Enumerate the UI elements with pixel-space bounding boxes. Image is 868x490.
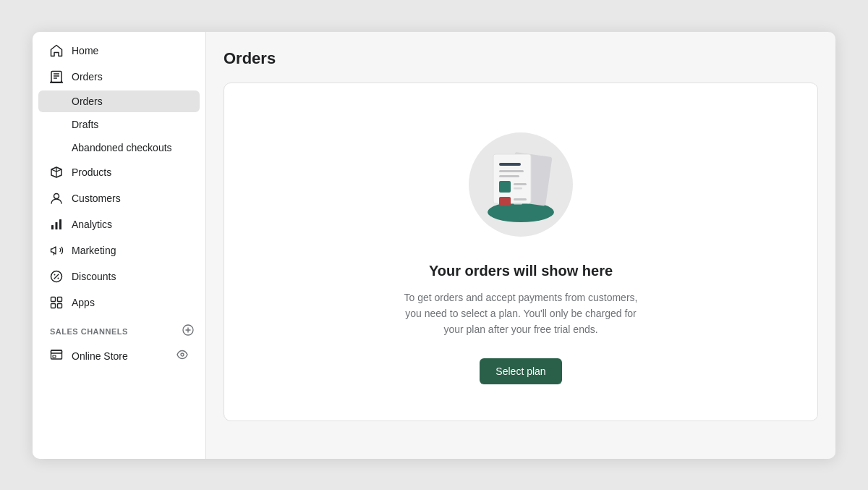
svg-rect-21 bbox=[499, 163, 521, 166]
discounts-icon bbox=[50, 270, 63, 283]
marketing-icon bbox=[50, 244, 63, 257]
sidebar-item-orders-sub-label: Orders bbox=[72, 96, 103, 107]
sidebar-item-marketing[interactable]: Marketing bbox=[38, 238, 200, 263]
sidebar-item-home[interactable]: Home bbox=[38, 38, 200, 63]
page-title: Orders bbox=[224, 49, 818, 68]
sidebar-item-home-label: Home bbox=[72, 45, 98, 56]
sales-channels-section: SALES CHANNELS bbox=[33, 316, 205, 342]
sidebar-item-orders-label: Orders bbox=[72, 71, 103, 83]
sidebar-item-products[interactable]: Products bbox=[38, 160, 200, 185]
online-store-icon bbox=[50, 348, 63, 364]
svg-rect-10 bbox=[51, 303, 56, 308]
sidebar-item-apps-label: Apps bbox=[72, 297, 95, 308]
sidebar-item-apps[interactable]: Apps bbox=[38, 290, 200, 315]
sidebar-item-abandoned-label: Abandoned checkouts bbox=[72, 142, 172, 153]
svg-rect-23 bbox=[499, 175, 519, 177]
main-content: Orders bbox=[206, 32, 835, 459]
svg-rect-20 bbox=[493, 154, 531, 203]
card-heading: Your orders will show here bbox=[429, 263, 613, 279]
sidebar-item-online-store[interactable]: Online Store bbox=[38, 343, 200, 369]
svg-rect-29 bbox=[514, 203, 522, 205]
customers-icon bbox=[50, 192, 63, 205]
sidebar-item-products-label: Products bbox=[72, 166, 111, 178]
home-icon bbox=[50, 44, 63, 57]
orders-icon bbox=[50, 70, 63, 83]
sidebar-item-orders[interactable]: Orders bbox=[38, 64, 200, 89]
svg-rect-3 bbox=[56, 222, 58, 229]
svg-rect-26 bbox=[514, 183, 527, 185]
svg-point-16 bbox=[181, 353, 184, 356]
sidebar-item-orders-sub[interactable]: Orders bbox=[38, 90, 200, 112]
eye-icon[interactable] bbox=[176, 349, 188, 363]
svg-point-6 bbox=[54, 274, 56, 275]
sidebar-item-analytics[interactable]: Analytics bbox=[38, 212, 200, 237]
sidebar-item-marketing-label: Marketing bbox=[72, 245, 116, 256]
svg-rect-15 bbox=[53, 355, 56, 358]
card-description: To get orders and accept payments from c… bbox=[398, 290, 644, 338]
select-plan-button[interactable]: Select plan bbox=[480, 358, 561, 384]
svg-rect-27 bbox=[514, 187, 522, 190]
sidebar-item-customers-label: Customers bbox=[72, 193, 121, 204]
svg-rect-28 bbox=[514, 198, 527, 200]
svg-point-7 bbox=[58, 277, 59, 279]
sales-channels-label: SALES CHANNELS bbox=[50, 327, 128, 336]
sidebar-item-drafts-label: Drafts bbox=[72, 119, 98, 130]
sidebar-item-discounts[interactable]: Discounts bbox=[38, 264, 200, 289]
svg-rect-8 bbox=[51, 297, 56, 301]
svg-point-1 bbox=[54, 193, 59, 198]
svg-rect-11 bbox=[58, 303, 62, 308]
sidebar-item-drafts[interactable]: Drafts bbox=[38, 114, 200, 135]
svg-rect-4 bbox=[59, 219, 61, 229]
sidebar-item-customers[interactable]: Customers bbox=[38, 186, 200, 211]
svg-rect-22 bbox=[499, 170, 524, 172]
online-store-label: Online Store bbox=[72, 350, 168, 362]
sidebar-item-abandoned-checkouts[interactable]: Abandoned checkouts bbox=[38, 137, 200, 159]
sidebar-item-discounts-label: Discounts bbox=[72, 271, 116, 282]
svg-rect-14 bbox=[51, 350, 62, 353]
add-sales-channel-icon[interactable] bbox=[182, 324, 194, 339]
svg-rect-24 bbox=[499, 181, 511, 193]
products-icon bbox=[50, 166, 63, 179]
svg-rect-25 bbox=[499, 197, 511, 206]
orders-illustration bbox=[463, 127, 579, 242]
analytics-icon bbox=[50, 218, 63, 231]
svg-rect-0 bbox=[51, 71, 61, 82]
svg-rect-9 bbox=[58, 297, 62, 301]
svg-rect-2 bbox=[51, 225, 54, 229]
sidebar-item-analytics-label: Analytics bbox=[72, 219, 112, 230]
sidebar: Home Orders Orders Drafts Abandoned chec… bbox=[33, 32, 206, 459]
orders-empty-card: Your orders will show here To get orders… bbox=[224, 83, 818, 421]
apps-icon bbox=[50, 296, 63, 309]
